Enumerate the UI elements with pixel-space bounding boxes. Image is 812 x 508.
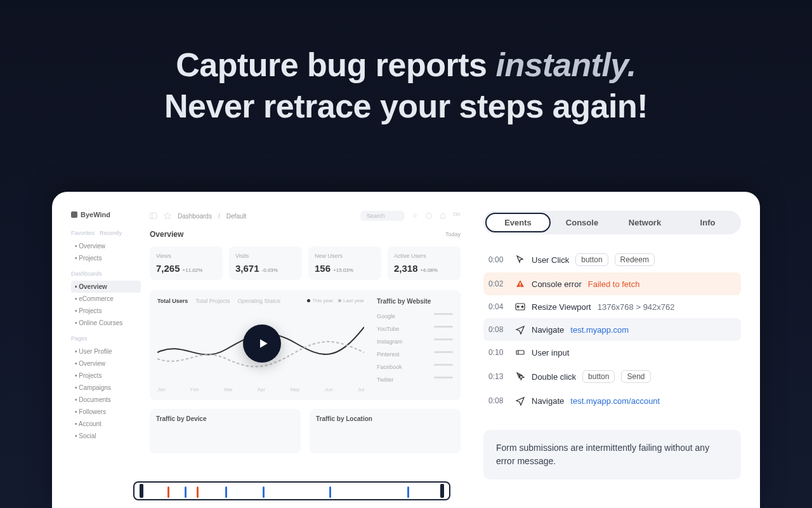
timeline-tick [225, 486, 227, 498]
search-input[interactable]: Search [360, 211, 405, 221]
issue-note: Form submissions are intermittently fail… [483, 430, 741, 479]
event-row[interactable]: 0:10 User input [483, 341, 741, 364]
event-time: 0:02 [488, 279, 509, 288]
dbl-icon [515, 371, 525, 382]
svg-rect-0 [150, 213, 157, 219]
event-pill: button [582, 370, 615, 383]
timeline-scrubber[interactable] [133, 481, 450, 500]
event-row[interactable]: 0:08 Navigate test.myapp.com [483, 318, 741, 341]
traffic-row: Instagram [377, 335, 453, 348]
svg-rect-6 [520, 283, 520, 285]
panel-tabs: Events Console Network Info [483, 211, 741, 234]
stat-card: Visits3,671-0.03% [229, 246, 302, 280]
sidebar-section-favorites: FavoritesRecently [71, 230, 141, 236]
tab-network[interactable]: Network [613, 213, 676, 232]
warn-icon [515, 279, 525, 289]
timeline-tick [263, 486, 265, 498]
sidebar-item[interactable]: • Documents [71, 394, 141, 406]
svg-rect-7 [520, 286, 520, 286]
sun-icon[interactable] [411, 212, 419, 220]
grid-icon[interactable] [453, 212, 461, 220]
timeline-handle-right[interactable] [440, 484, 444, 498]
stat-card: Views7,265+11.02% [150, 246, 223, 280]
nav-icon [515, 324, 525, 335]
timeline-track[interactable] [147, 483, 436, 499]
event-link[interactable]: test.myapp.com [570, 325, 629, 335]
tab-events[interactable]: Events [485, 213, 551, 232]
nav-icon [515, 396, 525, 406]
svg-point-2 [414, 215, 417, 218]
sidebar-item[interactable]: • Projects [71, 370, 141, 382]
sidebar-toggle-icon[interactable] [150, 212, 157, 220]
event-time: 0:00 [488, 255, 509, 264]
dashboard-topbar: Dashboards/ Default Search [150, 211, 461, 221]
sidebar-item[interactable]: • Account [71, 418, 141, 430]
app-card: ByeWind FavoritesRecently • Overview• Pr… [52, 192, 760, 508]
traffic-row: Google [377, 310, 453, 323]
event-time: 0:13 [488, 372, 509, 381]
chart-tab-operating-status[interactable]: Operating Status [237, 298, 280, 304]
sidebar-item[interactable]: • Overview [71, 240, 141, 252]
svg-point-3 [426, 213, 432, 219]
history-icon[interactable] [425, 212, 433, 220]
input-icon [515, 347, 525, 358]
stat-card: Active Users2,318+6.08% [388, 246, 461, 280]
tab-info[interactable]: Info [676, 213, 739, 232]
breadcrumb: Dashboards [178, 213, 212, 220]
sidebar-item[interactable]: • Overview [71, 358, 141, 370]
event-row[interactable]: 0:00 User Click button Redeem [483, 247, 741, 272]
sidebar-item[interactable]: • eCommerce [71, 293, 141, 305]
sidebar-section-pages: Pages [71, 335, 141, 342]
svg-rect-4 [454, 213, 457, 216]
event-row[interactable]: 0:13 Double click button Send [483, 364, 741, 389]
chart-tab-total-projects[interactable]: Total Projects [195, 298, 230, 304]
timeline-tick [407, 486, 409, 498]
event-name: User input [532, 348, 569, 358]
sidebar-item[interactable]: • User Profile [71, 345, 141, 358]
dashboard-sidebar: ByeWind FavoritesRecently • Overview• Pr… [71, 211, 141, 508]
cursor-icon [515, 255, 525, 265]
brand: ByeWind [71, 211, 141, 218]
event-row[interactable]: 0:08 Navigate test.myapp.com/account [483, 389, 741, 412]
sidebar-section-dashboards: Dashboards [71, 271, 141, 277]
svg-rect-5 [457, 213, 460, 216]
event-link[interactable]: test.myapp.com/account [570, 396, 660, 406]
sidebar-item[interactable]: • Overview [71, 281, 141, 293]
breadcrumb-current: Default [226, 213, 247, 220]
traffic-row: Pinterest [377, 348, 453, 361]
event-time: 0:04 [488, 302, 509, 311]
sidebar-item[interactable]: • Projects [71, 305, 141, 317]
star-icon[interactable] [164, 212, 171, 220]
sidebar-item[interactable]: • Followers [71, 406, 141, 418]
event-detail: 1376x768 > 942x762 [598, 302, 675, 312]
dashboard-main: Dashboards/ Default Search OverviewToday… [141, 211, 461, 508]
event-row[interactable]: 0:04 Resize Viewport 1376x768 > 942x762 [483, 295, 741, 318]
play-button[interactable] [243, 324, 281, 363]
event-name: Console error [532, 279, 582, 289]
event-pill: Redeem [615, 253, 655, 266]
svg-rect-9 [516, 351, 524, 354]
chart-tabs: Total Users Total Projects Operating Sta… [157, 298, 364, 304]
tab-console[interactable]: Console [551, 213, 613, 232]
timeline-tick [197, 486, 199, 498]
traffic-by-location: Traffic by Location [310, 409, 461, 453]
traffic-by-website: Traffic by Website GoogleYouTubeInstagra… [377, 298, 453, 392]
dashboard-preview: ByeWind FavoritesRecently • Overview• Pr… [52, 192, 472, 508]
event-time: 0:08 [488, 325, 509, 334]
bell-icon[interactable] [439, 212, 447, 220]
event-time: 0:08 [488, 396, 509, 405]
sidebar-item[interactable]: • Online Courses [71, 317, 141, 329]
timeline-tick [329, 486, 331, 498]
sidebar-item[interactable]: • Campaigns [71, 382, 141, 394]
sidebar-item[interactable]: • Projects [71, 252, 141, 264]
sidebar-item[interactable]: • Social [71, 430, 141, 442]
timeline-tick [167, 486, 169, 498]
traffic-row: YouTube [377, 323, 453, 335]
chart-tab-total-users[interactable]: Total Users [157, 298, 188, 304]
event-name: Navigate [532, 325, 564, 335]
traffic-by-device: Traffic by Device [150, 409, 301, 453]
event-row[interactable]: 0:02 Console error Failed to fetch [483, 272, 741, 295]
event-time: 0:10 [488, 348, 509, 357]
stat-card: New Users156+15.03% [308, 246, 381, 280]
timeline-handle-left[interactable] [140, 484, 143, 498]
